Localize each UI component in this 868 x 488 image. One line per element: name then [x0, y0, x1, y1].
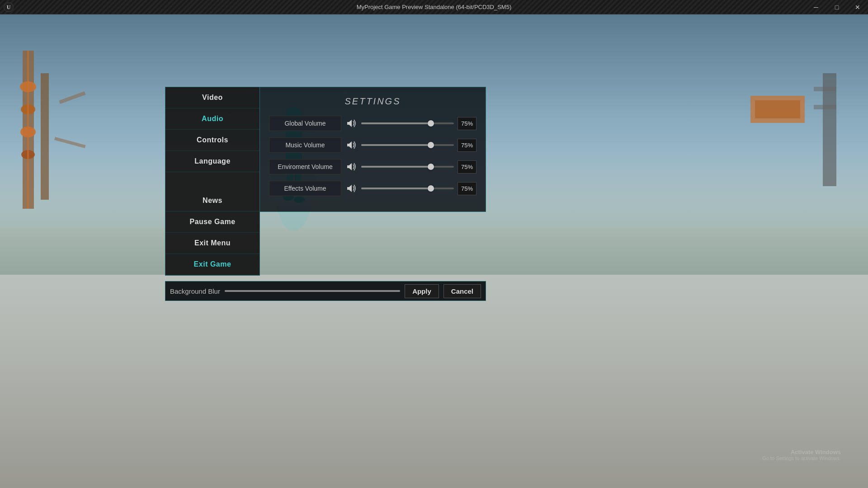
volume-rows: Global Volume 75% Music Volume [269, 116, 476, 196]
volume-thumb-global[interactable] [428, 120, 434, 127]
svg-marker-28 [347, 185, 352, 192]
titlebar-title: MyProject Game Preview Standalone (64-bi… [357, 4, 511, 10]
svg-rect-15 [755, 100, 800, 118]
volume-value-effects: 75% [458, 182, 476, 195]
volume-label-global: Global Volume [269, 116, 341, 131]
menu-item-controls[interactable]: Controls [165, 130, 259, 151]
menu-item-audio[interactable]: Audio [165, 108, 259, 130]
menu-item-news[interactable]: News [165, 190, 259, 211]
speaker-icon-environment [345, 160, 358, 173]
svg-marker-25 [347, 120, 352, 127]
volume-track-music [361, 144, 454, 146]
blur-slider[interactable] [225, 290, 400, 292]
volume-row-global: Global Volume 75% [269, 116, 476, 131]
maximize-button[interactable]: □ [826, 0, 847, 14]
debris-left-icon [14, 51, 95, 231]
volume-slider-effects[interactable] [361, 182, 454, 195]
titlebar: U MyProject Game Preview Standalone (64-… [0, 0, 868, 14]
background-blur-label: Background Blur [170, 287, 220, 295]
svg-marker-26 [347, 141, 352, 149]
titlebar-controls: ─ □ ✕ [806, 0, 868, 14]
volume-thumb-music[interactable] [428, 142, 434, 148]
volume-value-global: 75% [458, 117, 476, 130]
speaker-icon-global [345, 117, 358, 130]
volume-row-environment: Enviroment Volume 75% [269, 159, 476, 174]
volume-value-environment: 75% [458, 160, 476, 174]
svg-rect-10 [54, 137, 85, 148]
speaker-icon-music [345, 139, 358, 151]
volume-fill-music [361, 144, 431, 146]
menu-item-exit-menu[interactable]: Exit Menu [165, 233, 259, 254]
ue-logo-icon: U [4, 2, 14, 12]
menu-spacer [165, 172, 259, 190]
volume-track-global [361, 122, 454, 124]
blur-slider-fill [225, 290, 400, 292]
minimize-button[interactable]: ─ [806, 0, 826, 14]
structure-right-icon [750, 51, 841, 186]
volume-label-music: Music Volume [269, 137, 341, 153]
svg-rect-13 [814, 105, 836, 109]
bottom-bar: Background Blur Apply Cancel [165, 281, 486, 301]
volume-label-environment: Enviroment Volume [269, 159, 341, 174]
svg-rect-9 [59, 91, 85, 104]
volume-thumb-environment[interactable] [428, 164, 434, 170]
volume-track-effects [361, 188, 454, 189]
volume-row-music: Music Volume 75% [269, 137, 476, 153]
volume-value-music: 75% [458, 139, 476, 152]
menu-item-language[interactable]: Language [165, 151, 259, 172]
volume-fill-effects [361, 188, 431, 189]
volume-slider-global[interactable] [361, 117, 454, 130]
menu-item-exit-game[interactable]: Exit Game [165, 254, 259, 275]
settings-panel: SETTINGS Global Volume 75% Music Volume [260, 87, 486, 212]
volume-thumb-effects[interactable] [428, 185, 434, 192]
volume-fill-environment [361, 166, 431, 168]
svg-text:U: U [7, 4, 11, 10]
volume-label-effects: Effects Volume [269, 181, 341, 196]
background-scene: Activate Windows Go to Settings to activ… [0, 14, 868, 488]
svg-rect-3 [41, 73, 49, 200]
apply-button[interactable]: Apply [405, 284, 439, 298]
speaker-icon-effects [345, 182, 358, 195]
cancel-button[interactable]: Cancel [443, 284, 481, 298]
volume-track-environment [361, 166, 454, 168]
volume-fill-global [361, 122, 431, 124]
svg-marker-27 [347, 163, 352, 170]
volume-row-effects: Effects Volume 75% [269, 181, 476, 196]
volume-slider-environment[interactable] [361, 160, 454, 173]
menu-panel: Video Audio Controls Language News Pause… [165, 87, 260, 276]
settings-title: SETTINGS [269, 96, 476, 107]
menu-item-pause-game[interactable]: Pause Game [165, 211, 259, 233]
menu-item-video[interactable]: Video [165, 87, 259, 108]
volume-slider-music[interactable] [361, 139, 454, 151]
close-button[interactable]: ✕ [847, 0, 868, 14]
svg-rect-12 [814, 87, 836, 91]
